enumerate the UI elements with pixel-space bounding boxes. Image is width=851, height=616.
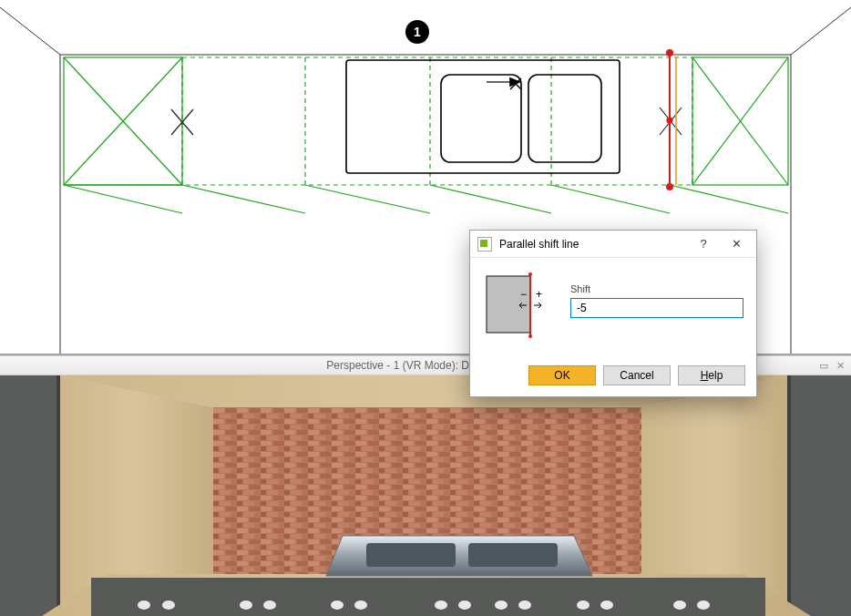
svg-point-78 <box>528 272 532 276</box>
view-close-icon[interactable]: ✕ <box>833 359 847 372</box>
svg-point-79 <box>528 334 532 338</box>
shift-field-group: Shift <box>570 272 743 318</box>
svg-point-59 <box>138 601 150 610</box>
svg-point-67 <box>495 601 508 610</box>
svg-line-0 <box>0 7 60 55</box>
svg-point-28 <box>667 50 672 56</box>
app-workspace: 1 Perspective - 1 (VR Mode): Day (interi… <box>0 0 851 616</box>
svg-rect-58 <box>91 578 765 616</box>
dialog-button-row: OK Cancel Help <box>470 358 756 396</box>
dialog-body: − + Shift <box>470 258 756 358</box>
svg-point-68 <box>518 601 531 610</box>
dialog-help-icon[interactable]: ? <box>687 231 720 257</box>
svg-line-37 <box>670 185 788 213</box>
svg-rect-76 <box>487 276 530 333</box>
svg-rect-74 <box>366 543 456 567</box>
ok-button[interactable]: OK <box>528 365 596 385</box>
svg-point-61 <box>240 601 252 610</box>
svg-marker-52 <box>789 375 851 616</box>
svg-point-66 <box>458 601 471 610</box>
svg-point-63 <box>331 601 343 610</box>
callout-badge-1: 1 <box>405 20 429 44</box>
svg-point-30 <box>667 118 672 122</box>
svg-text:−: − <box>520 288 527 301</box>
perspective-drawing <box>0 375 851 616</box>
app-icon <box>477 237 492 252</box>
svg-rect-53 <box>56 375 60 616</box>
dialog-title: Parallel shift line <box>499 238 687 251</box>
svg-line-2 <box>791 7 851 55</box>
svg-point-62 <box>263 601 276 610</box>
svg-marker-51 <box>0 375 58 616</box>
svg-point-70 <box>600 601 613 610</box>
parallel-shift-dialog: Parallel shift line ? ✕ − + <box>469 230 757 397</box>
svg-line-32 <box>64 185 182 213</box>
help-text-rest: elp <box>708 369 723 382</box>
dialog-titlebar[interactable]: Parallel shift line ? ✕ <box>470 231 756 258</box>
shift-label: Shift <box>570 283 743 294</box>
svg-point-71 <box>673 601 686 610</box>
svg-line-35 <box>430 185 551 213</box>
svg-rect-75 <box>468 543 558 567</box>
svg-line-33 <box>182 185 305 213</box>
svg-point-60 <box>162 601 175 610</box>
shift-preview-icon: − + <box>483 272 549 344</box>
shift-input[interactable] <box>570 298 743 318</box>
svg-line-36 <box>551 185 670 213</box>
svg-line-34 <box>305 185 430 213</box>
svg-rect-20 <box>346 60 620 173</box>
dialog-close-icon[interactable]: ✕ <box>720 231 753 257</box>
svg-point-69 <box>577 601 590 610</box>
svg-point-65 <box>435 601 447 610</box>
svg-rect-12 <box>182 57 692 185</box>
svg-point-64 <box>354 601 367 610</box>
svg-rect-54 <box>787 375 791 616</box>
badge-label: 1 <box>414 25 421 39</box>
svg-text:+: + <box>536 288 542 301</box>
help-button[interactable]: Help <box>678 365 745 385</box>
cancel-button[interactable]: Cancel <box>603 365 671 385</box>
view-minimize-icon[interactable]: ▭ <box>816 359 831 372</box>
perspective-view[interactable] <box>0 375 851 616</box>
svg-rect-21 <box>441 75 521 162</box>
svg-rect-22 <box>528 75 601 162</box>
svg-point-72 <box>697 601 710 610</box>
